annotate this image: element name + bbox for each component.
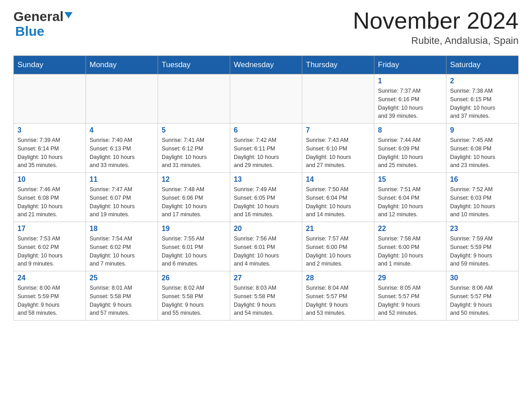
day-cell-15: 15Sunrise: 7:51 AM Sunset: 6:04 PM Dayli… xyxy=(374,173,446,222)
day-info-6: Sunrise: 7:42 AM Sunset: 6:11 PM Dayligh… xyxy=(234,136,298,170)
svg-marker-0 xyxy=(64,12,73,18)
day-info-22: Sunrise: 7:58 AM Sunset: 6:00 PM Dayligh… xyxy=(378,235,442,268)
day-cell-18: 18Sunrise: 7:54 AM Sunset: 6:02 PM Dayli… xyxy=(86,222,158,271)
weekday-header-friday: Friday xyxy=(374,56,446,74)
day-number-7: 7 xyxy=(306,126,370,134)
day-number-26: 26 xyxy=(162,274,226,282)
month-title: November 2024 xyxy=(353,9,519,32)
day-number-30: 30 xyxy=(450,274,515,282)
empty-cell xyxy=(158,74,230,124)
day-cell-11: 11Sunrise: 7:47 AM Sunset: 6:07 PM Dayli… xyxy=(86,173,158,222)
day-cell-12: 12Sunrise: 7:48 AM Sunset: 6:06 PM Dayli… xyxy=(158,173,230,222)
week-row-4: 17Sunrise: 7:53 AM Sunset: 6:02 PM Dayli… xyxy=(14,222,519,271)
empty-cell xyxy=(86,74,158,124)
day-info-23: Sunrise: 7:59 AM Sunset: 5:59 PM Dayligh… xyxy=(450,235,515,268)
day-number-24: 24 xyxy=(17,274,82,282)
day-cell-27: 27Sunrise: 8:03 AM Sunset: 5:58 PM Dayli… xyxy=(230,271,302,321)
day-number-12: 12 xyxy=(162,176,226,184)
day-number-18: 18 xyxy=(90,225,154,233)
day-number-13: 13 xyxy=(234,176,298,184)
empty-cell xyxy=(230,74,302,124)
day-number-28: 28 xyxy=(306,274,370,282)
day-number-21: 21 xyxy=(306,225,370,233)
day-info-7: Sunrise: 7:43 AM Sunset: 6:10 PM Dayligh… xyxy=(306,136,370,170)
day-info-20: Sunrise: 7:56 AM Sunset: 6:01 PM Dayligh… xyxy=(234,235,298,268)
logo-arrow-icon xyxy=(64,12,73,20)
day-info-1: Sunrise: 7:37 AM Sunset: 6:16 PM Dayligh… xyxy=(378,87,442,120)
day-cell-24: 24Sunrise: 8:00 AM Sunset: 5:59 PM Dayli… xyxy=(14,271,86,321)
day-info-14: Sunrise: 7:50 AM Sunset: 6:04 PM Dayligh… xyxy=(306,185,370,219)
day-cell-29: 29Sunrise: 8:05 AM Sunset: 5:57 PM Dayli… xyxy=(374,271,446,321)
week-row-2: 3Sunrise: 7:39 AM Sunset: 6:14 PM Daylig… xyxy=(14,124,519,173)
logo-blue-text: Blue xyxy=(15,24,44,39)
day-info-27: Sunrise: 8:03 AM Sunset: 5:58 PM Dayligh… xyxy=(234,284,298,317)
day-info-12: Sunrise: 7:48 AM Sunset: 6:06 PM Dayligh… xyxy=(162,185,226,219)
day-cell-22: 22Sunrise: 7:58 AM Sunset: 6:00 PM Dayli… xyxy=(374,222,446,271)
day-info-11: Sunrise: 7:47 AM Sunset: 6:07 PM Dayligh… xyxy=(90,185,154,219)
day-info-25: Sunrise: 8:01 AM Sunset: 5:58 PM Dayligh… xyxy=(90,284,154,317)
day-cell-13: 13Sunrise: 7:49 AM Sunset: 6:05 PM Dayli… xyxy=(230,173,302,222)
logo-general-text: General xyxy=(13,9,64,24)
location: Rubite, Andalusia, Spain xyxy=(353,35,519,47)
day-number-23: 23 xyxy=(450,225,515,233)
day-number-10: 10 xyxy=(17,176,82,184)
day-cell-19: 19Sunrise: 7:55 AM Sunset: 6:01 PM Dayli… xyxy=(158,222,230,271)
day-cell-7: 7Sunrise: 7:43 AM Sunset: 6:10 PM Daylig… xyxy=(302,124,374,173)
day-cell-3: 3Sunrise: 7:39 AM Sunset: 6:14 PM Daylig… xyxy=(14,124,86,173)
day-info-4: Sunrise: 7:40 AM Sunset: 6:13 PM Dayligh… xyxy=(90,136,154,170)
logo: General Blue xyxy=(13,9,73,39)
day-cell-2: 2Sunrise: 7:38 AM Sunset: 6:15 PM Daylig… xyxy=(446,74,519,124)
day-number-22: 22 xyxy=(378,225,442,233)
day-number-16: 16 xyxy=(450,176,515,184)
day-cell-25: 25Sunrise: 8:01 AM Sunset: 5:58 PM Dayli… xyxy=(86,271,158,321)
empty-cell xyxy=(14,74,86,124)
day-number-17: 17 xyxy=(17,225,82,233)
day-number-9: 9 xyxy=(450,126,515,134)
day-number-5: 5 xyxy=(162,126,226,134)
day-cell-20: 20Sunrise: 7:56 AM Sunset: 6:01 PM Dayli… xyxy=(230,222,302,271)
weekday-header-monday: Monday xyxy=(86,56,158,74)
week-row-1: 1Sunrise: 7:37 AM Sunset: 6:16 PM Daylig… xyxy=(14,74,519,124)
weekday-header-thursday: Thursday xyxy=(302,56,374,74)
day-cell-26: 26Sunrise: 8:02 AM Sunset: 5:58 PM Dayli… xyxy=(158,271,230,321)
day-info-9: Sunrise: 7:45 AM Sunset: 6:08 PM Dayligh… xyxy=(450,136,515,170)
day-cell-14: 14Sunrise: 7:50 AM Sunset: 6:04 PM Dayli… xyxy=(302,173,374,222)
day-cell-17: 17Sunrise: 7:53 AM Sunset: 6:02 PM Dayli… xyxy=(14,222,86,271)
day-info-2: Sunrise: 7:38 AM Sunset: 6:15 PM Dayligh… xyxy=(450,87,515,120)
day-cell-5: 5Sunrise: 7:41 AM Sunset: 6:12 PM Daylig… xyxy=(158,124,230,173)
day-number-2: 2 xyxy=(450,77,515,85)
day-cell-28: 28Sunrise: 8:04 AM Sunset: 5:57 PM Dayli… xyxy=(302,271,374,321)
day-info-8: Sunrise: 7:44 AM Sunset: 6:09 PM Dayligh… xyxy=(378,136,442,170)
day-cell-10: 10Sunrise: 7:46 AM Sunset: 6:08 PM Dayli… xyxy=(14,173,86,222)
weekday-header-row: SundayMondayTuesdayWednesdayThursdayFrid… xyxy=(14,56,519,74)
day-info-3: Sunrise: 7:39 AM Sunset: 6:14 PM Dayligh… xyxy=(17,136,82,170)
day-info-17: Sunrise: 7:53 AM Sunset: 6:02 PM Dayligh… xyxy=(17,235,82,268)
day-info-29: Sunrise: 8:05 AM Sunset: 5:57 PM Dayligh… xyxy=(378,284,442,317)
day-number-1: 1 xyxy=(378,77,442,85)
day-info-5: Sunrise: 7:41 AM Sunset: 6:12 PM Dayligh… xyxy=(162,136,226,170)
day-info-21: Sunrise: 7:57 AM Sunset: 6:00 PM Dayligh… xyxy=(306,235,370,268)
day-number-25: 25 xyxy=(90,274,154,282)
day-info-24: Sunrise: 8:00 AM Sunset: 5:59 PM Dayligh… xyxy=(17,284,82,317)
day-cell-8: 8Sunrise: 7:44 AM Sunset: 6:09 PM Daylig… xyxy=(374,124,446,173)
day-info-30: Sunrise: 8:06 AM Sunset: 5:57 PM Dayligh… xyxy=(450,284,515,317)
day-number-15: 15 xyxy=(378,176,442,184)
day-number-29: 29 xyxy=(378,274,442,282)
day-number-11: 11 xyxy=(90,176,154,184)
day-cell-23: 23Sunrise: 7:59 AM Sunset: 5:59 PM Dayli… xyxy=(446,222,519,271)
day-info-10: Sunrise: 7:46 AM Sunset: 6:08 PM Dayligh… xyxy=(17,185,82,219)
empty-cell xyxy=(302,74,374,124)
week-row-3: 10Sunrise: 7:46 AM Sunset: 6:08 PM Dayli… xyxy=(14,173,519,222)
day-number-6: 6 xyxy=(234,126,298,134)
day-number-3: 3 xyxy=(17,126,82,134)
weekday-header-tuesday: Tuesday xyxy=(158,56,230,74)
day-number-4: 4 xyxy=(90,126,154,134)
day-info-19: Sunrise: 7:55 AM Sunset: 6:01 PM Dayligh… xyxy=(162,235,226,268)
day-number-8: 8 xyxy=(378,126,442,134)
weekday-header-sunday: Sunday xyxy=(14,56,86,74)
day-info-26: Sunrise: 8:02 AM Sunset: 5:58 PM Dayligh… xyxy=(162,284,226,317)
day-cell-16: 16Sunrise: 7:52 AM Sunset: 6:03 PM Dayli… xyxy=(446,173,519,222)
page-header: General Blue November 2024 Rubite, Andal… xyxy=(13,9,519,47)
weekday-header-saturday: Saturday xyxy=(446,56,519,74)
day-cell-1: 1Sunrise: 7:37 AM Sunset: 6:16 PM Daylig… xyxy=(374,74,446,124)
